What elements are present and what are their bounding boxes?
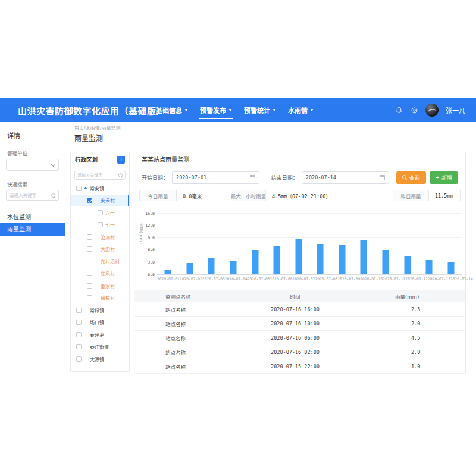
tree-node[interactable]: 常安镇 xyxy=(71,182,129,195)
bar[interactable] xyxy=(447,262,454,274)
tree-checkbox[interactable] xyxy=(87,295,92,300)
bar-slot xyxy=(309,213,331,274)
bar[interactable] xyxy=(252,250,258,275)
tree-checkbox[interactable] xyxy=(76,332,82,337)
table-row[interactable]: 站点名称2020-07-16 06:004.5 xyxy=(134,331,465,345)
tree-node-label: 董家村 xyxy=(101,283,115,289)
tree-node[interactable]: 东风村 xyxy=(71,268,129,280)
table-cell: 站点名称 xyxy=(134,334,248,342)
nav-menu-item[interactable]: 预警发布 xyxy=(200,98,232,122)
tree-checkbox[interactable] xyxy=(76,186,82,191)
tree-checkbox[interactable] xyxy=(87,234,92,240)
tree-node[interactable]: 春建乡 xyxy=(71,328,129,341)
bar[interactable] xyxy=(339,245,345,274)
bar[interactable] xyxy=(317,244,324,274)
bar[interactable] xyxy=(230,261,237,274)
tree-checkbox[interactable] xyxy=(76,308,82,313)
sidebar-item[interactable]: 水位监测 xyxy=(0,211,65,223)
tree-checkbox[interactable] xyxy=(87,271,92,276)
end-date-picker[interactable] xyxy=(302,171,389,184)
tree-node[interactable]: 春江街道 xyxy=(71,341,129,353)
chart-plot-area: 0.03.06.09.012.015.0 xyxy=(157,213,462,274)
tree-node-label: 七一 xyxy=(105,221,115,228)
tree-node-label: 大源镇 xyxy=(90,356,104,362)
quick-search-input[interactable] xyxy=(10,193,51,198)
tree-node[interactable]: 大源镇 xyxy=(71,353,129,365)
add-region-button[interactable]: + xyxy=(117,156,125,164)
top-navbar: 山洪灾害防御数字化应用（基础版） 基础信息预警发布预警统计水雨情 张一凡 xyxy=(0,98,476,122)
stat-label: 昨日雨量 xyxy=(393,190,429,201)
tree-node[interactable]: 大田村 xyxy=(71,243,129,256)
tree-checkbox[interactable] xyxy=(87,283,92,289)
chevron-down-icon xyxy=(184,109,188,111)
table-cell: 2020-07-15 22:00 xyxy=(248,364,343,369)
tree-checkbox[interactable] xyxy=(87,259,92,264)
nav-menu-item[interactable]: 水雨情 xyxy=(288,98,314,122)
org-unit-select[interactable] xyxy=(6,159,59,171)
tree-checkbox[interactable] xyxy=(87,198,92,203)
bar[interactable] xyxy=(295,239,302,274)
user-avatar[interactable] xyxy=(425,104,439,117)
quick-search-label: 快速搜索 xyxy=(0,171,65,190)
bar[interactable] xyxy=(165,270,171,274)
navbar-right: 张一凡 xyxy=(394,98,465,122)
bar[interactable] xyxy=(361,240,367,274)
table-row[interactable]: 站点名称2020-07-16 02:002.0 xyxy=(134,345,465,359)
bell-icon[interactable] xyxy=(394,106,403,114)
tree-caret-icon[interactable] xyxy=(84,187,87,189)
table-cell: 2020-07-16 06:00 xyxy=(248,335,343,341)
quick-search-box xyxy=(6,190,59,201)
bar[interactable] xyxy=(426,260,433,274)
tree-checkbox[interactable] xyxy=(87,246,92,252)
chevron-down-icon xyxy=(51,162,55,167)
user-name[interactable]: 张一凡 xyxy=(446,105,465,115)
tree-node[interactable]: 六一 xyxy=(71,206,129,219)
breadcrumb[interactable]: 首页/水雨情/雨量监测 xyxy=(74,124,120,131)
tree-node[interactable]: 安禾村 xyxy=(71,195,129,207)
table-row[interactable]: 站点名称2020-07-15 22:001.0 xyxy=(134,359,465,374)
tree-node[interactable]: 七一 xyxy=(71,219,129,231)
tree-node[interactable]: 沧洲村 xyxy=(71,231,129,243)
tree-node[interactable]: 常绿镇 xyxy=(71,304,129,317)
tree-checkbox[interactable] xyxy=(76,356,82,362)
table-cell: 2.0 xyxy=(343,321,465,327)
settings-icon[interactable] xyxy=(410,106,418,114)
region-search-input[interactable] xyxy=(77,173,114,177)
chevron-down-icon xyxy=(228,109,232,111)
query-button[interactable]: 查询 xyxy=(396,171,426,184)
table-cell: 站点名称 xyxy=(134,349,248,356)
table-cell: 2020-07-16 16:00 xyxy=(248,306,343,312)
tree-checkbox[interactable] xyxy=(98,210,103,215)
bar[interactable] xyxy=(186,263,193,274)
add-button[interactable]: + 新增 xyxy=(430,171,458,184)
tree-node-label: 春建乡 xyxy=(90,331,104,338)
bar[interactable] xyxy=(383,250,389,274)
stat-value: 4.5mm（07-02 21:00） xyxy=(266,190,393,201)
bar[interactable] xyxy=(404,256,411,274)
tree-node[interactable]: 横槎村 xyxy=(71,292,129,305)
end-date-input[interactable] xyxy=(306,174,371,180)
start-date-picker[interactable] xyxy=(172,171,259,184)
table-row[interactable]: 站点名称2020-07-16 10:002.0 xyxy=(134,317,465,331)
tree-node-label: 沧洲村 xyxy=(101,234,115,240)
tree-node[interactable]: 董家村 xyxy=(71,280,129,292)
org-unit-label: 管理单位 xyxy=(0,140,65,159)
tree-checkbox[interactable] xyxy=(76,344,82,349)
bar[interactable] xyxy=(274,246,280,274)
stat-label: 最大一小时雨量 xyxy=(231,190,266,201)
bar[interactable] xyxy=(208,258,215,274)
x-axis-tick: 2020-07-02 xyxy=(180,277,202,281)
bar-slot xyxy=(201,213,223,274)
start-date-input[interactable] xyxy=(176,174,242,180)
nav-menu-item[interactable]: 基础信息 xyxy=(156,98,188,122)
tree-checkbox[interactable] xyxy=(98,222,103,227)
tree-node[interactable]: 场口镇 xyxy=(71,317,129,329)
region-panel: 行政区划 + 常安镇安禾村六一七一沧洲村大田村东村坞村东风村董家村横槎村常绿镇场… xyxy=(70,152,130,372)
table-cell: 站点名称 xyxy=(134,306,248,313)
region-panel-header: 行政区划 + xyxy=(71,152,129,167)
nav-menu-item[interactable]: 预警统计 xyxy=(244,98,276,122)
sidebar-item[interactable]: 雨量监测 xyxy=(0,223,65,236)
tree-node[interactable]: 东村坞村 xyxy=(71,255,129,268)
tree-checkbox[interactable] xyxy=(76,320,82,325)
table-row[interactable]: 站点名称2020-07-16 16:002.5 xyxy=(134,302,465,317)
